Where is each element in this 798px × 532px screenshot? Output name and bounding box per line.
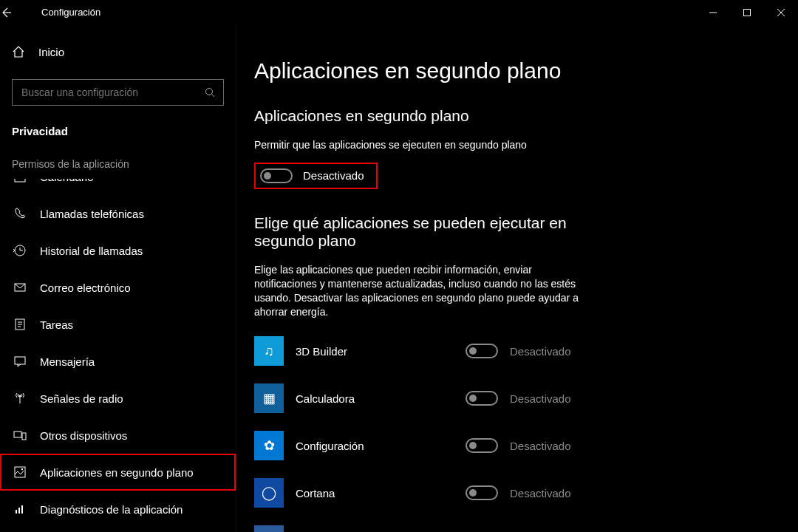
sidebar-item-label: Calendario (40, 179, 94, 183)
mail-icon (13, 281, 28, 294)
svg-point-1 (206, 89, 213, 95)
maximize-button[interactable] (730, 0, 764, 24)
sidebar-item-tasks[interactable]: Tareas (0, 306, 236, 343)
app-toggle-state: Desactivado (510, 392, 571, 405)
app-toggle[interactable] (466, 344, 498, 358)
back-button[interactable] (0, 7, 35, 18)
home-icon (12, 45, 27, 58)
sidebar-item-label: Señales de radio (40, 392, 123, 405)
minimize-button[interactable] (696, 0, 730, 24)
master-toggle[interactable] (260, 168, 293, 183)
svg-rect-13 (18, 508, 20, 514)
sidebar-item-mail[interactable]: Correo electrónico (0, 269, 236, 306)
titlebar: Configuración (0, 0, 798, 24)
sidebar-item-label: Otros dispositivos (40, 429, 127, 442)
section1-desc: Permitir que las aplicaciones se ejecute… (254, 138, 579, 152)
sidebar-item-label: Diagnósticos de la aplicación (40, 503, 183, 516)
sidebar-section: Privacidad (0, 120, 236, 149)
devices-icon (13, 429, 28, 442)
app-name: 3D Builder (296, 345, 466, 358)
app-toggle-state: Desactivado (510, 487, 571, 499)
app-toggle[interactable] (466, 485, 498, 500)
app-row: ◯CortanaDesactivado (254, 478, 780, 508)
svg-rect-8 (14, 432, 21, 437)
sidebar-home[interactable]: Inicio (0, 36, 236, 67)
app-name: Configuración (296, 440, 466, 452)
app-name: Calculadora (296, 392, 466, 405)
app-toggle-state: Desactivado (510, 440, 571, 452)
master-toggle-highlight: Desactivado (254, 163, 378, 189)
app-icon: ✿ (254, 431, 284, 460)
svg-rect-2 (15, 179, 25, 182)
content: Aplicaciones en segundo plano Aplicacion… (236, 24, 798, 532)
sidebar-item-label: Historial de llamadas (40, 245, 143, 257)
sidebar-home-label: Inicio (38, 46, 64, 58)
app-row: 📷CámaraDesactivado (254, 525, 780, 532)
svg-rect-14 (21, 505, 23, 514)
sidebar-item-calendar[interactable]: Calendario (0, 179, 236, 195)
sidebar-item-label: Llamadas telefónicas (40, 208, 144, 220)
sidebar-item-radio[interactable]: Señales de radio (0, 380, 236, 417)
svg-point-11 (21, 468, 23, 470)
app-row: ▦CalculadoraDesactivado (254, 383, 780, 413)
message-icon (13, 355, 28, 368)
sidebar-category: Permisos de la aplicación (0, 149, 236, 179)
sidebar-item-diag[interactable]: Diagnósticos de la aplicación (0, 491, 236, 528)
app-name: Cortana (296, 487, 466, 499)
radio-icon (13, 392, 28, 405)
close-button[interactable] (764, 0, 798, 24)
page-title: Aplicaciones en segundo plano (254, 58, 780, 83)
svg-point-7 (19, 395, 21, 398)
app-toggle[interactable] (466, 391, 498, 406)
app-toggle-state: Desactivado (510, 345, 571, 358)
background-icon (13, 466, 28, 479)
diag-icon (13, 502, 28, 516)
app-icon: ◯ (254, 478, 284, 508)
section1-title: Aplicaciones en segundo plano (254, 107, 780, 125)
svg-rect-6 (15, 357, 25, 364)
section2-title: Elige qué aplicaciones se pueden ejecuta… (254, 214, 579, 250)
app-list: ♫3D BuilderDesactivado▦CalculadoraDesact… (254, 336, 780, 532)
calendar-icon (13, 179, 28, 183)
app-toggle[interactable] (466, 438, 498, 453)
section2-desc: Elige las aplicaciones que pueden recibi… (254, 263, 579, 319)
search-input[interactable] (12, 79, 224, 106)
app-icon: ♫ (254, 336, 284, 366)
app-icon: 📷 (254, 525, 284, 532)
sidebar-item-label: Mensajería (40, 355, 95, 368)
search-icon (205, 87, 215, 98)
phone-icon (13, 207, 28, 220)
sidebar-item-devices[interactable]: Otros dispositivos (0, 417, 236, 454)
sidebar-item-history[interactable]: Historial de llamadas (0, 232, 236, 269)
sidebar-item-message[interactable]: Mensajería (0, 343, 236, 380)
history-icon (13, 244, 28, 257)
svg-rect-0 (744, 9, 751, 16)
svg-rect-9 (22, 433, 26, 440)
sidebar-item-label: Correo electrónico (40, 282, 131, 294)
tasks-icon (13, 318, 28, 331)
svg-rect-12 (16, 510, 17, 514)
sidebar: Inicio Privacidad Permisos de la aplicac… (0, 24, 236, 532)
search-wrap (12, 79, 224, 106)
master-toggle-state: Desactivado (303, 169, 364, 182)
app-icon: ▦ (254, 383, 284, 413)
sidebar-item-background[interactable]: Aplicaciones en segundo plano (0, 454, 236, 491)
svg-rect-10 (15, 467, 25, 477)
app-row: ✿ConfiguraciónDesactivado (254, 431, 780, 460)
sidebar-item-label: Tareas (40, 318, 73, 331)
window-title: Configuración (35, 7, 100, 18)
sidebar-item-label: Aplicaciones en segundo plano (40, 466, 194, 479)
app-row: ♫3D BuilderDesactivado (254, 336, 780, 366)
sidebar-item-phone[interactable]: Llamadas telefónicas (0, 195, 236, 232)
